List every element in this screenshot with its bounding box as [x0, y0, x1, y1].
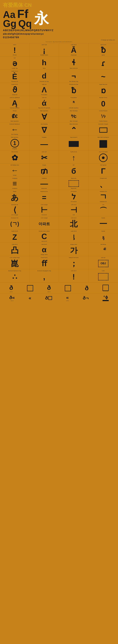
cell-mill: Kangxi ₥ [30, 164, 59, 177]
cell-glyph: ɾ [101, 58, 105, 69]
cell-bstroke: Phoentic Ext Sup ƀ [59, 83, 88, 96]
emoji-row-2: ð« CJK D « ð « CJK D ð ¬ ° [0, 294, 118, 302]
cell-nabla: Box Drawing ∇ [30, 122, 59, 136]
cell-dash: Katakana — Bopomofo [30, 177, 59, 190]
circle-number-1: 1 [11, 139, 19, 148]
cell-alpha: Latin Ext E α Hangul Jamo [30, 243, 59, 256]
cell-glyph: ⟨ [13, 206, 16, 214]
title-text: 有爱黑体 CN [3, 2, 32, 8]
cell-glyph: ← [11, 166, 19, 174]
cell-label-top: CJK Compat Supp [1, 257, 29, 258]
cell-label-bottom: Cyrillic Top [1, 68, 29, 69]
cell-sun: Misc Arrows ✿ [0, 150, 30, 164]
cell-label-bottom: Phonetic Ext Sup [30, 81, 58, 82]
glyph-grid: ASC2 ! IPA Ext Latin Char ¡ Modifier let… [0, 43, 118, 282]
cell-scissors: Latin Curr ✂ [30, 150, 59, 164]
cell-label-top: Enclosed CJK [1, 217, 29, 219]
emoji-item-f: ° ɸ [102, 295, 109, 301]
cell-kun: CJK Compat Supp 崑 [0, 256, 30, 269]
cell-label-top: Crit [1, 57, 29, 59]
emoji-glyph-combo: ð [45, 295, 52, 301]
cell-glyph-area: ᵃ⁄c [71, 112, 77, 120]
cell-h: h Arms [30, 56, 59, 70]
fraction-glyph: ᵃ⁄c [71, 113, 77, 119]
cell-label-bottom: Control Pictures [89, 120, 117, 122]
cell-label-top: Math Operators [30, 110, 58, 112]
cell-glyph: б [71, 166, 76, 176]
cell-glyph: ל [72, 192, 76, 201]
cell-label-bottom: Dingbats [1, 148, 29, 150]
cell-label-top: Kana'ji [89, 230, 117, 232]
cell-label-top: Enclosed Alphanum Sup [1, 270, 29, 272]
cell-glyph: — [40, 138, 48, 150]
cell-label-top: Compat semi [89, 178, 117, 179]
emoji-label: CJK D [11, 300, 13, 301]
cell-glyph: 凸 [11, 245, 19, 255]
cell-rect-filled-sq: Misc Math Symbols B [88, 136, 118, 150]
cell-comma: Enclosed Ideographic Sup , [30, 269, 59, 282]
sample-yong: 永 [34, 11, 49, 26]
cell-glyph: ✂ [41, 153, 47, 162]
cell-label-top: ASC2 [1, 44, 29, 46]
cell-glyph: 崑 [11, 258, 19, 268]
cell-label-top: CJK Ext D [60, 270, 88, 272]
cell-hiragana-a: Radkn あ [0, 190, 30, 203]
cell-label-top: Misc Arrows [1, 151, 29, 153]
cell-label-bottom: Bopomofo [60, 188, 88, 189]
emoji-glyph2: ¬ [86, 295, 89, 301]
cell-label-top: Jad Adnya [89, 244, 117, 245]
cell-glyph: ← [11, 125, 19, 134]
cell-label-top: Bopomofo Ext [30, 191, 58, 192]
cell-label-top: Latin Ext additional [1, 97, 29, 98]
emoji-box-shape [102, 285, 109, 291]
cell-label-top: Enclosed Alphanum [1, 124, 29, 125]
cell-glyph: h [42, 58, 47, 68]
cell-label-top: Number Num Letters [30, 230, 58, 232]
cell-label-top: CJK Compat [30, 204, 58, 206]
obj-box2-shape [98, 273, 108, 280]
cell-label-top: Kana'ji [89, 217, 117, 219]
cell-glyph: È [12, 72, 17, 81]
cell-ga: Hangul Jamo 가 [59, 243, 88, 256]
emoji-item-4 [65, 285, 71, 291]
emoji-item-2 [27, 285, 33, 291]
cell-label-top: Roman [1, 110, 29, 112]
cell-label-top: Super And Sub [89, 84, 117, 85]
cell-label-bottom: Modifier letters [30, 54, 58, 56]
cell-label-top: Geometric Shapes [89, 124, 117, 125]
cell-label-top: Number Forms [89, 97, 117, 98]
sample-left: Aa Ff Gg Qq [3, 8, 32, 28]
cell-label-top: Block Elements [60, 124, 88, 125]
cell-modifier-l: Latin Ext B ᶅ [59, 230, 88, 243]
cell-ideographic-comma: Compat semi 、 [88, 177, 118, 190]
cell-glyph: ϑ [12, 86, 17, 94]
cell-glyph: = [42, 192, 46, 202]
cell-label-top: Misc Math Symbols B [89, 136, 117, 138]
cell-glyph: ㄱ [99, 192, 107, 201]
cell-label-bottom: Phonetic Ext [1, 81, 29, 82]
cell-glyph: , [43, 272, 45, 282]
sample-qq: Qq [18, 19, 32, 28]
cell-glyph: Ā [71, 46, 77, 54]
cell-lambda: Latin Ext Λ Punctuation [30, 83, 59, 96]
cell-label-top: Misc Technical [60, 110, 88, 112]
cell-label-top: Kangxi [30, 164, 58, 166]
cell-label-top: IBC [60, 164, 88, 166]
cell-label-top: Katakana [30, 178, 58, 179]
emoji-box [48, 296, 52, 300]
cell-zeta: Cyrillic Ext B Ζ [0, 230, 30, 243]
bar-shape [102, 300, 109, 301]
emoji-glyph: ð [85, 285, 89, 292]
cell-semicolon: Halfwid Full Forms ； [59, 256, 88, 269]
cell-label-top: Enclosed CN [1, 204, 29, 206]
cell-asc2: ASC2 ! IPA Ext [0, 43, 30, 56]
cell-glyph: ∀ [42, 112, 47, 122]
cell-label-top: CJK Ext A [60, 204, 88, 206]
font-source: Font Source: http://www.fontke.com/font/… [0, 41, 118, 43]
sample-row2: Gg Qq [3, 19, 32, 28]
cell-therefore: Enclosed Alphanum Sup ∴ [0, 269, 30, 282]
cell-glyph-area [98, 272, 108, 282]
cell-label-bottom: CJK Ext A [30, 214, 58, 216]
cell-label-bottom: Arms [30, 68, 58, 69]
cell-label-top: CW Symbol [89, 164, 117, 166]
